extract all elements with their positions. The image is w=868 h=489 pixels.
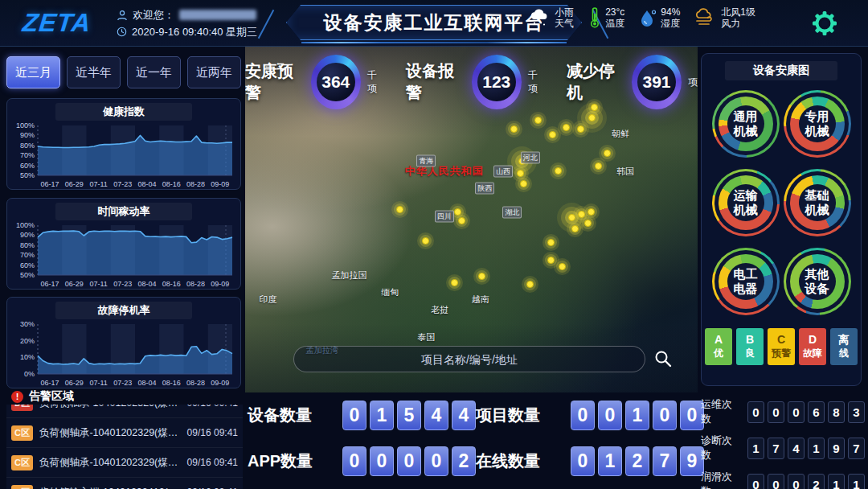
stat-label: APP数量	[248, 450, 331, 472]
filter-button-1[interactable]: 近半年	[67, 56, 121, 88]
map-marker[interactable]	[563, 124, 570, 131]
filter-button-2[interactable]: 近一年	[127, 56, 181, 88]
search-icon[interactable]	[653, 349, 673, 372]
kpi-ring: 391	[632, 55, 682, 109]
user-icon	[117, 10, 128, 21]
weather-bar: 小雨天气 23°c温度 94%湿度	[529, 6, 755, 29]
svg-text:06-17: 06-17	[41, 280, 59, 288]
project-search-bar[interactable]	[293, 346, 645, 372]
digit: 0	[342, 401, 366, 430]
alert-zone-badge: C区	[11, 485, 33, 489]
map-label-country: 韩国	[616, 165, 634, 177]
svg-text:06-29: 06-29	[65, 280, 84, 288]
map-label-country: 泰国	[417, 331, 435, 343]
online-count-group: 在线数量 01279	[476, 446, 704, 476]
digit: 7	[848, 438, 865, 459]
legend-item-0: A优	[705, 328, 732, 365]
filter-button-3[interactable]: 近两年	[187, 56, 241, 88]
map-marker[interactable]	[458, 217, 465, 224]
humidity-icon	[639, 7, 657, 28]
alert-zone-badge: D区	[11, 405, 33, 411]
digit: 0	[653, 401, 677, 430]
weather-value: 北风1级	[721, 6, 755, 18]
legend-item-3: D故障	[799, 328, 826, 365]
alert-row[interactable]: C区负荷侧轴承-10401202329(煤气引风机电...09/16 09:41	[6, 418, 243, 448]
alert-row[interactable]: C区齿轮箱输入端-10401202412(2#（2V）...09/16 09:4…	[6, 478, 243, 489]
kpi-unit: 项	[688, 76, 698, 89]
weather-value: 小雨	[555, 6, 574, 18]
search-input[interactable]	[294, 353, 645, 366]
app-count-digits: 00002	[342, 446, 476, 476]
svg-text:08-28: 08-28	[186, 280, 205, 288]
map-marker[interactable]	[396, 206, 403, 213]
thermometer-icon	[588, 6, 601, 29]
svg-text:80%: 80%	[20, 241, 35, 249]
map-marker[interactable]	[510, 125, 518, 133]
kpi-health-warning: 安康预警 364 千项	[245, 55, 385, 109]
gauge-label: 电工 电器	[727, 263, 764, 300]
svg-text:08-04: 08-04	[138, 180, 157, 188]
svg-text:09-09: 09-09	[211, 379, 229, 387]
settings-gear-icon[interactable]	[809, 7, 841, 43]
legend-letter: C	[777, 333, 785, 347]
alert-warning-icon: !	[11, 391, 23, 403]
datetime: 2020-9-16 09:40:40 星期三	[132, 25, 257, 39]
map-marker[interactable]	[454, 208, 461, 216]
svg-text:09-09: 09-09	[211, 180, 229, 188]
chart-title: 健康指数	[55, 103, 192, 121]
digit: 0	[397, 446, 421, 476]
legend-label: 预警	[772, 347, 791, 360]
gauge-0: 通用 机械	[712, 90, 780, 158]
redacted-username	[179, 10, 256, 20]
alert-time: 09/16 09:41	[187, 405, 238, 409]
svg-text:20%: 20%	[20, 337, 35, 345]
digit: 0	[747, 401, 764, 423]
digit: 0	[788, 401, 805, 423]
map-marker[interactable]	[547, 257, 555, 264]
map-marker[interactable]	[584, 220, 592, 227]
map-label-country: 越南	[472, 293, 489, 305]
digit: 1	[625, 401, 649, 430]
gauge-5: 其他 设备	[784, 248, 851, 315]
map-marker[interactable]	[478, 273, 485, 280]
svg-text:07-23: 07-23	[113, 180, 132, 188]
gauge-3: 基础 机械	[784, 169, 851, 236]
kpi-unit: 千项	[528, 68, 546, 96]
map-marker[interactable]	[520, 180, 527, 187]
map-marker[interactable]	[549, 131, 556, 138]
map-marker[interactable]	[547, 239, 555, 246]
kpi-ring-row: 安康预警 364 千项 设备报警 123 千项 减少停机 391 项	[245, 55, 698, 109]
weather-label: 温度	[605, 18, 624, 29]
alert-row[interactable]: C区负荷侧轴承-10401202329(煤气引风机电...09/16 09:41	[6, 448, 243, 478]
alert-text: 齿轮箱输入端-10401202412(2#（2V）...	[39, 486, 181, 489]
map-marker[interactable]	[422, 237, 429, 244]
alert-text: 负荷侧轴承-10401202329(煤 引风机电...	[39, 405, 181, 410]
svg-text:100%: 100%	[16, 121, 35, 129]
kpi-value: 123	[477, 63, 516, 101]
map-marker[interactable]	[571, 225, 579, 232]
kpi-ring: 123	[472, 55, 522, 109]
weather-value: 23°c	[605, 6, 624, 18]
map-marker[interactable]	[604, 150, 611, 157]
china-map[interactable]: 中华人民共和国朝鲜韩国印度孟加拉国缅甸老挝泰国越南孟加拉湾四川陕西山西河北湖北青…	[245, 47, 698, 392]
map-label-country: 缅甸	[381, 286, 399, 298]
alert-section-title: 告警区域	[29, 389, 74, 404]
filter-button-0[interactable]: 近三月	[6, 56, 60, 88]
svg-text:60%: 60%	[20, 261, 35, 269]
digit: 1	[848, 474, 865, 489]
map-marker[interactable]	[577, 125, 584, 133]
gauge-label: 通用 机械	[727, 105, 764, 142]
chart-panel-time-utilization: 时间稼动率 100%90%80%70%60%50%06-1706-2907-11…	[6, 198, 241, 290]
alert-list[interactable]: D区负荷侧轴承-10401202329(煤 引风机电...09/16 09:41…	[6, 405, 243, 489]
kpi-value: 391	[637, 63, 676, 101]
digit: 1	[808, 438, 825, 459]
alert-row[interactable]: D区负荷侧轴承-10401202329(煤 引风机电...09/16 09:41	[6, 405, 243, 418]
svg-text:07-23: 07-23	[113, 280, 132, 288]
weather-item-humidity: 94%湿度	[639, 6, 680, 29]
map-marker[interactable]	[588, 208, 595, 216]
chart-plot: 100%90%80%70%60%50%06-1706-2907-1107-230…	[7, 121, 240, 190]
bottom-stats: 设备数量 01544 项目数量 00100 APP数量 00002 在线数量 0…	[248, 392, 691, 484]
digit: 4	[452, 401, 476, 430]
legend-item-4: 离线	[830, 328, 858, 365]
chart-plot: 30%20%10%0%06-1706-2907-1107-2308-0408-1…	[7, 319, 240, 388]
